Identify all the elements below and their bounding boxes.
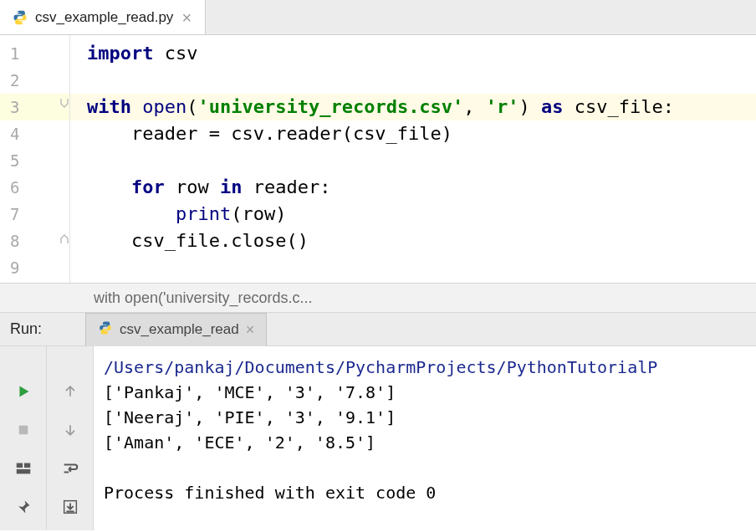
code-line: reader = csv.reader(csv_file) bbox=[87, 120, 756, 147]
run-header: Run: csv_example_read × bbox=[0, 313, 756, 346]
line-number: 5 bbox=[0, 147, 69, 174]
python-file-icon bbox=[12, 9, 28, 26]
code-line bbox=[87, 254, 756, 281]
editor-tab[interactable]: csv_example_read.py × bbox=[0, 0, 206, 34]
breadcrumb[interactable]: with open('university_records.c... bbox=[0, 283, 756, 313]
svg-point-0 bbox=[18, 12, 19, 13]
console-line: ['Neeraj', 'PIE', '3', '9.1'] bbox=[104, 405, 756, 430]
code-line: for row in reader: bbox=[87, 174, 756, 201]
code-line bbox=[87, 67, 756, 94]
run-tab[interactable]: csv_example_read × bbox=[85, 313, 267, 346]
rerun-button[interactable] bbox=[12, 380, 35, 403]
line-number: 6 bbox=[0, 174, 69, 201]
pin-button[interactable] bbox=[12, 495, 35, 519]
run-tab-label: csv_example_read bbox=[120, 321, 239, 338]
line-number: 9 bbox=[0, 254, 69, 281]
line-number: 7 bbox=[0, 201, 69, 228]
close-tab-icon[interactable]: × bbox=[180, 9, 193, 26]
editor-tabbar: csv_example_read.py × bbox=[0, 0, 756, 35]
up-button[interactable] bbox=[59, 380, 82, 403]
fold-start-icon[interactable] bbox=[59, 98, 70, 110]
layout-button[interactable] bbox=[12, 457, 35, 480]
gutter: 1 2 3 4 5 6 7 8 9 bbox=[0, 35, 70, 283]
run-title: Run: bbox=[0, 320, 52, 338]
down-button[interactable] bbox=[59, 418, 82, 442]
close-run-tab-icon[interactable]: × bbox=[246, 321, 255, 339]
fold-end-icon[interactable] bbox=[59, 233, 70, 244]
code-line: with open('university_records.csv', 'r')… bbox=[70, 94, 756, 120]
editor-tab-label: csv_example_read.py bbox=[35, 9, 173, 26]
svg-rect-4 bbox=[23, 463, 29, 468]
editor: 1 2 3 4 5 6 7 8 9 import csv with open('… bbox=[0, 35, 756, 283]
run-toolbar-left bbox=[0, 346, 47, 530]
svg-point-1 bbox=[22, 22, 23, 23]
python-icon bbox=[98, 320, 113, 340]
console-output[interactable]: /Users/pankaj/Documents/PycharmProjects/… bbox=[94, 346, 756, 530]
console-line: /Users/pankaj/Documents/PycharmProjects/… bbox=[104, 355, 756, 380]
code-line: csv_file.close() bbox=[87, 228, 756, 254]
scroll-to-end-button[interactable] bbox=[59, 495, 82, 519]
console-line: ['Aman', 'ECE', '2', '8.5'] bbox=[104, 430, 756, 455]
stop-button[interactable] bbox=[12, 418, 35, 442]
code-area[interactable]: import csv with open('university_records… bbox=[70, 35, 756, 283]
svg-rect-3 bbox=[16, 463, 22, 468]
line-number: 1 bbox=[0, 40, 69, 67]
code-line bbox=[87, 147, 756, 174]
console-line bbox=[104, 455, 756, 480]
console-line: Process finished with exit code 0 bbox=[104, 480, 756, 505]
soft-wrap-button[interactable] bbox=[59, 457, 82, 480]
line-number: 4 bbox=[0, 120, 69, 147]
line-number: 2 bbox=[0, 67, 69, 94]
run-toolwindow: Run: csv_example_read × bbox=[0, 313, 756, 530]
svg-rect-2 bbox=[18, 426, 28, 435]
console-line: ['Pankaj', 'MCE', '3', '7.8'] bbox=[104, 380, 756, 405]
breadcrumb-text: with open('university_records.c... bbox=[94, 289, 313, 307]
code-line: import csv bbox=[87, 40, 756, 67]
code-line: print(row) bbox=[87, 201, 756, 228]
svg-rect-5 bbox=[16, 469, 30, 474]
run-toolbar-right bbox=[47, 346, 94, 530]
